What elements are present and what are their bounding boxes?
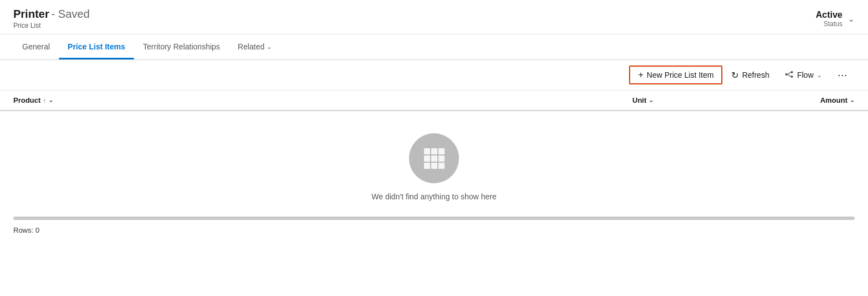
svg-rect-5	[424, 148, 430, 154]
svg-rect-10	[438, 155, 445, 162]
flow-chevron-icon: ⌄	[817, 72, 822, 79]
product-col-label: Product	[13, 96, 41, 104]
svg-point-2	[791, 76, 793, 78]
tab-general[interactable]: General	[13, 34, 59, 59]
table-header: Product ↑ ⌄ Unit ⌄ Amount ⌄	[0, 91, 868, 111]
amount-col-label: Amount	[820, 96, 847, 104]
column-unit[interactable]: Unit ⌄	[632, 96, 744, 104]
svg-rect-9	[431, 155, 437, 162]
product-col-chevron-icon: ⌄	[48, 97, 53, 104]
active-status-block: Active Status	[816, 10, 842, 28]
record-type: Price List	[13, 22, 89, 29]
empty-state: We didn't find anything to show here	[0, 111, 868, 212]
product-sort-asc-icon: ↑	[43, 97, 46, 104]
status-chevron-icon[interactable]: ⌄	[848, 14, 855, 23]
empty-grid-icon	[409, 133, 459, 183]
flow-button[interactable]: Flow ⌄	[778, 67, 829, 84]
tab-related[interactable]: Related ⌄	[229, 34, 281, 59]
refresh-icon: ↻	[731, 70, 739, 81]
more-options-button[interactable]: ⋯	[831, 66, 855, 84]
empty-state-message: We didn't find anything to show here	[372, 192, 497, 201]
svg-point-0	[785, 73, 787, 76]
new-price-list-item-label: New Price List Item	[647, 71, 714, 79]
flow-icon	[785, 70, 794, 81]
more-options-icon: ⋯	[837, 69, 848, 81]
rows-count: Rows: 0	[13, 226, 39, 234]
column-product[interactable]: Product ↑ ⌄	[13, 96, 180, 104]
svg-rect-6	[431, 148, 437, 154]
svg-rect-13	[438, 163, 445, 169]
svg-rect-7	[438, 148, 445, 154]
unit-col-label: Unit	[632, 96, 646, 104]
svg-line-4	[787, 74, 791, 77]
new-price-list-item-button[interactable]: + New Price List Item	[629, 66, 722, 84]
tabs-bar: General Price List Items Territory Relat…	[0, 34, 868, 60]
svg-rect-11	[424, 163, 430, 169]
record-saved-status: - Saved	[51, 8, 89, 20]
flow-label: Flow	[797, 71, 814, 79]
page-header: Printer - Saved Price List Active Status…	[0, 0, 868, 34]
header-left: Printer - Saved Price List	[13, 8, 89, 29]
record-title-row: Printer - Saved	[13, 8, 89, 21]
footer: Rows: 0	[0, 220, 868, 240]
svg-point-1	[791, 71, 793, 73]
tab-territory-relationships[interactable]: Territory Relationships	[134, 34, 229, 59]
header-right: Active Status ⌄	[816, 8, 855, 28]
toolbar: + New Price List Item ↻ Refresh Flow ⌄ ⋯	[0, 60, 868, 91]
plus-icon: +	[638, 70, 643, 80]
active-status-label: Active	[816, 10, 842, 20]
active-status-sub: Status	[816, 20, 842, 28]
refresh-button[interactable]: ↻ Refresh	[725, 67, 776, 84]
record-name: Printer	[13, 8, 49, 20]
refresh-label: Refresh	[742, 71, 769, 79]
unit-col-chevron-icon: ⌄	[648, 97, 654, 104]
svg-rect-12	[431, 163, 437, 169]
column-amount[interactable]: Amount ⌄	[744, 96, 855, 104]
related-chevron-icon: ⌄	[267, 43, 272, 51]
tab-price-list-items[interactable]: Price List Items	[59, 34, 134, 59]
svg-line-3	[787, 72, 791, 74]
amount-col-chevron-icon: ⌄	[850, 97, 855, 104]
svg-rect-8	[424, 155, 430, 162]
